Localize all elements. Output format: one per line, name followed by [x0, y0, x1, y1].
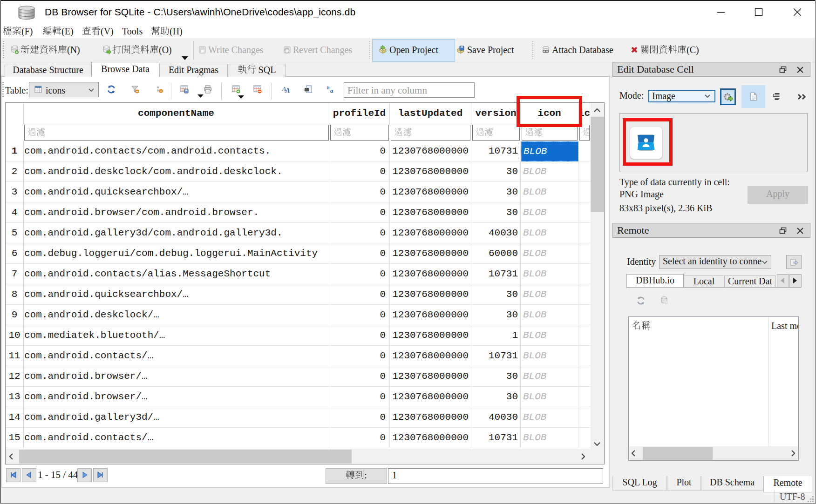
svg-text:a: a — [330, 87, 333, 94]
svg-text:A: A — [285, 87, 290, 94]
svg-text:b: b — [327, 85, 330, 90]
